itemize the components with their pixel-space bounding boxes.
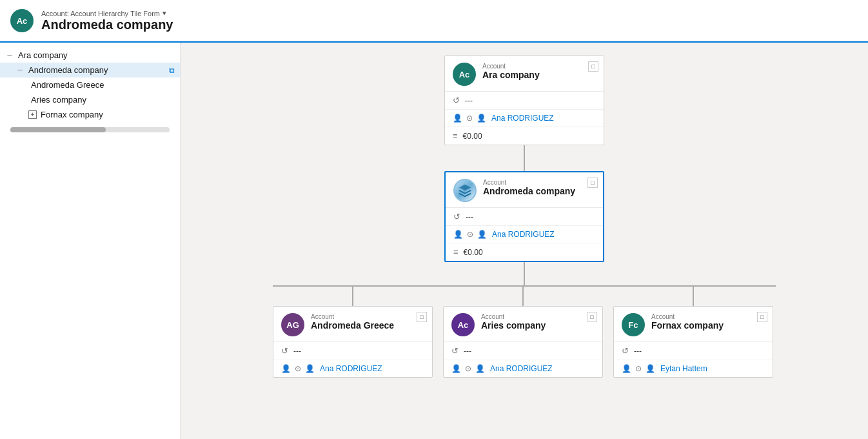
connector-v-ag bbox=[352, 287, 353, 306]
canvas: □ Ac Account Ara company ↺ --- 👤 bbox=[181, 43, 868, 439]
hierarchy-tree: □ Ac Account Ara company ↺ --- 👤 bbox=[193, 56, 855, 378]
settings-icon-2: ⊙ bbox=[467, 230, 473, 239]
card-ara-avatar: Ac bbox=[453, 63, 476, 86]
chevron-down-icon[interactable]: ▾ bbox=[163, 9, 166, 17]
card-ara-dash-row: ↺ --- bbox=[445, 92, 604, 110]
sidebar-item-andromeda-greece[interactable]: Andromeda Greece bbox=[0, 77, 180, 92]
card-fornax-owner[interactable]: Eytan Hattem bbox=[660, 364, 707, 373]
card-fornax-dash-row: ↺ --- bbox=[614, 342, 773, 360]
card-fornax-dash: --- bbox=[634, 347, 642, 356]
card-andromeda-label: Account bbox=[483, 179, 575, 186]
card-ara-expand[interactable]: □ bbox=[588, 61, 598, 72]
card-aries-owner-row: 👤 ⊙ 👤 Ana RODRIGUEZ bbox=[444, 360, 602, 377]
card-fornax-company[interactable]: □ Fc Account Fornax company ↺ --- bbox=[613, 306, 773, 378]
children-connector: □ AG Account Andromeda Greece ↺ --- bbox=[273, 262, 776, 378]
child-andromeda-greece: □ AG Account Andromeda Greece ↺ --- bbox=[273, 287, 433, 378]
expand-icon-fornax[interactable]: + bbox=[28, 110, 37, 119]
sidebar-label-andromeda: Andromeda company bbox=[28, 65, 165, 75]
open-record-icon[interactable]: ⧉ bbox=[169, 66, 175, 75]
card-ara-owner[interactable]: Ana RODRIGUEZ bbox=[491, 114, 554, 123]
history-icon: ↺ bbox=[453, 96, 460, 105]
main-layout: ─ Ara company ─ Andromeda company ⧉ Andr… bbox=[0, 43, 868, 439]
card-ag-owner[interactable]: Ana RODRIGUEZ bbox=[320, 364, 382, 373]
connector-v-2 bbox=[524, 262, 525, 285]
person3-icon: 👤 bbox=[477, 230, 487, 239]
card-fornax-expand[interactable]: □ bbox=[757, 312, 767, 322]
card-andromeda-owner-row: 👤 ⊙ 👤 Ana RODRIGUEZ bbox=[446, 226, 603, 243]
person-icon-ag: 👤 bbox=[281, 364, 291, 373]
sidebar-scrollbar[interactable] bbox=[10, 127, 170, 132]
card-ag-avatar: AG bbox=[281, 313, 304, 336]
expand-icon-ara[interactable]: ─ bbox=[5, 51, 14, 60]
card-aries-company[interactable]: □ Ac Account Aries company ↺ --- bbox=[443, 306, 603, 378]
card-ag-dash: --- bbox=[293, 347, 301, 356]
level-2: □ Account Andromeda company bbox=[444, 171, 604, 262]
owner-icons-ag: 👤 ⊙ 👤 bbox=[281, 364, 315, 373]
card-ara-company[interactable]: □ Ac Account Ara company ↺ --- 👤 bbox=[444, 56, 604, 145]
card-fornax-avatar: Fc bbox=[622, 313, 645, 336]
card-ara-name[interactable]: Ara company bbox=[482, 70, 540, 80]
card-ag-expand[interactable]: □ bbox=[417, 312, 427, 322]
person-icon-fornax: 👤 bbox=[622, 364, 631, 373]
person2-icon: 👤 bbox=[477, 114, 486, 123]
card-aries-name[interactable]: Aries company bbox=[481, 320, 546, 331]
card-andromeda-greece[interactable]: □ AG Account Andromeda Greece ↺ --- bbox=[273, 306, 433, 378]
card-andromeda-title: Account Andromeda company bbox=[483, 179, 575, 196]
card-andromeda-header: □ Account Andromeda company bbox=[446, 172, 603, 208]
owner-icons: 👤 ⊙ 👤 bbox=[453, 114, 486, 123]
owner-icons-aries: 👤 ⊙ 👤 bbox=[451, 364, 485, 373]
card-ara-header: □ Ac Account Ara company bbox=[445, 56, 604, 92]
history-icon-ag: ↺ bbox=[281, 346, 288, 356]
sidebar-item-andromeda-company[interactable]: ─ Andromeda company ⧉ bbox=[0, 63, 180, 77]
card-andromeda-avatar bbox=[453, 179, 477, 202]
card-aries-title: Account Aries company bbox=[481, 313, 546, 331]
card-andromeda-owner[interactable]: Ana RODRIGUEZ bbox=[492, 230, 555, 239]
sidebar-label-aries: Aries company bbox=[31, 95, 175, 105]
card-fornax-owner-row: 👤 ⊙ 👤 Eytan Hattem bbox=[614, 360, 773, 377]
breadcrumb: Account: Account Hierarchy Tile Form ▾ bbox=[41, 9, 173, 17]
settings-icon: ⊙ bbox=[466, 114, 473, 123]
child-aries-company: □ Ac Account Aries company ↺ --- bbox=[443, 287, 603, 378]
card-ara-title: Account Ara company bbox=[482, 63, 540, 80]
history-icon-aries: ↺ bbox=[451, 346, 459, 356]
person-icon: 👤 bbox=[453, 114, 462, 123]
currency-icon-andromeda: ≡ bbox=[453, 247, 459, 257]
card-aries-expand[interactable]: □ bbox=[587, 312, 597, 322]
settings-icon-ag: ⊙ bbox=[295, 364, 301, 373]
card-andromeda-expand[interactable]: □ bbox=[587, 178, 598, 188]
card-aries-owner[interactable]: Ana RODRIGUEZ bbox=[490, 364, 553, 373]
card-fornax-name[interactable]: Fornax company bbox=[651, 320, 724, 331]
card-ara-dash: --- bbox=[465, 96, 473, 105]
level-3-children: □ AG Account Andromeda Greece ↺ --- bbox=[273, 287, 776, 378]
sidebar-item-aries-company[interactable]: Aries company bbox=[0, 92, 180, 107]
sidebar: ─ Ara company ─ Andromeda company ⧉ Andr… bbox=[0, 43, 181, 439]
person2-icon-fornax: 👤 bbox=[646, 364, 655, 373]
card-andromeda-dash: --- bbox=[466, 212, 473, 221]
card-andromeda-company[interactable]: □ Account Andromeda company bbox=[444, 171, 604, 262]
sidebar-item-ara-company[interactable]: ─ Ara company bbox=[0, 48, 180, 63]
card-ag-title: Account Andromeda Greece bbox=[311, 313, 394, 331]
person-icon-aries: 👤 bbox=[451, 364, 461, 373]
connector-v-aries bbox=[522, 287, 524, 306]
card-andromeda-name[interactable]: Andromeda company bbox=[483, 186, 575, 196]
card-fornax-title: Account Fornax company bbox=[651, 313, 724, 331]
card-aries-dash-row: ↺ --- bbox=[444, 342, 602, 360]
level-1: □ Ac Account Ara company ↺ --- 👤 bbox=[444, 56, 604, 145]
card-andromeda-amount-row: ≡ €0.00 bbox=[446, 243, 603, 261]
card-ag-label: Account bbox=[311, 313, 394, 320]
person-icon-2: 👤 bbox=[453, 230, 463, 239]
sidebar-item-fornax-company[interactable]: + Fornax company bbox=[0, 107, 180, 122]
header-title-group: Account: Account Hierarchy Tile Form ▾ A… bbox=[41, 9, 173, 32]
card-fornax-header: □ Fc Account Fornax company bbox=[614, 307, 773, 342]
expand-icon-andromeda[interactable]: ─ bbox=[15, 66, 25, 75]
card-ag-name[interactable]: Andromeda Greece bbox=[311, 320, 394, 331]
connector-v-fornax bbox=[693, 287, 694, 306]
header: Ac Account: Account Hierarchy Tile Form … bbox=[0, 0, 868, 43]
sidebar-label-fornax: Fornax company bbox=[41, 110, 175, 119]
card-aries-header: □ Ac Account Aries company bbox=[444, 307, 602, 342]
card-aries-avatar: Ac bbox=[451, 313, 475, 336]
currency-icon-ara: ≡ bbox=[453, 131, 458, 141]
card-ag-header: □ AG Account Andromeda Greece bbox=[273, 307, 432, 342]
settings-icon-aries: ⊙ bbox=[465, 364, 471, 373]
card-ag-dash-row: ↺ --- bbox=[273, 342, 432, 360]
